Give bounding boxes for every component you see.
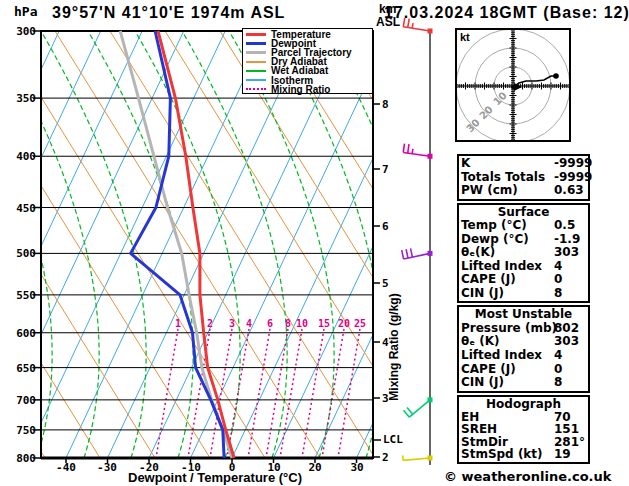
- stats-row-value: 19: [554, 448, 571, 461]
- mixing-ratio-value-label: 4: [240, 318, 258, 329]
- stats-row: Pressure (mb)802: [461, 322, 586, 336]
- stats-row-value: 802: [554, 322, 579, 336]
- km-tick-label: 3: [382, 392, 389, 405]
- hodograph-unit-label: kt: [460, 31, 470, 43]
- stats-row: Totals Totals-9999: [461, 171, 586, 185]
- stats-row: CIN (J)8: [461, 376, 586, 390]
- legend-line-sample: [246, 79, 266, 81]
- legend-item: Mixing Ratio: [246, 85, 372, 94]
- stats-row: Temp (°C)0.5: [461, 219, 586, 232]
- legend-label: Mixing Ratio: [271, 84, 330, 95]
- altitude-unit-asl: ASL: [376, 15, 400, 29]
- stats-row-value: -9999: [554, 171, 592, 185]
- km-tick-label: 5: [382, 277, 389, 290]
- stats-box-surface: SurfaceTemp (°C)0.5Dewp (°C)-1.9θₑ(K)303…: [457, 203, 590, 303]
- copyright-label: © weatheronline.co.uk: [444, 469, 611, 484]
- temp-tick-label: 10: [257, 461, 291, 474]
- stats-row-value: 303: [554, 335, 579, 349]
- temp-tick-label: -10: [174, 461, 208, 474]
- stats-row: CIN (J)8: [461, 287, 586, 300]
- pressure-tick-label: 600: [8, 327, 36, 340]
- legend-line-sample: [246, 61, 266, 63]
- stats-row-label: StmSpd (kt): [461, 447, 543, 461]
- stats-row-value: 8: [554, 376, 562, 390]
- pressure-tick-label: 800: [8, 452, 36, 465]
- stats-row-value: 0: [554, 273, 562, 286]
- stats-row-value: -9999: [554, 157, 592, 171]
- mixing-ratio-value-label: 10: [293, 318, 311, 329]
- datetime-label: 17.03.2024 18GMT (Base: 12): [384, 4, 629, 22]
- lcl-label: LCL: [383, 433, 403, 446]
- stats-box-header: Hodograph: [461, 398, 586, 411]
- stats-box-header: Surface: [461, 206, 586, 219]
- legend-line-sample: [246, 88, 266, 90]
- stats-row: CAPE (J)0: [461, 273, 586, 286]
- pressure-tick-label: 750: [8, 424, 36, 437]
- temp-tick-label: 0: [215, 461, 249, 474]
- mixing-ratio-value-label: 6: [261, 318, 279, 329]
- pressure-unit-label: hPa: [14, 4, 37, 19]
- stats-box: K-9999Totals Totals-9999PW (cm)0.63: [457, 154, 590, 201]
- stats-row: K-9999: [461, 157, 586, 171]
- stats-row-label: K: [461, 156, 470, 170]
- stats-row-label: Dewp (°C): [461, 232, 529, 246]
- stats-row-label: Lifted Index: [461, 348, 542, 362]
- km-tick-label: 2: [382, 451, 389, 464]
- stats-row-label: CAPE (J): [461, 272, 516, 286]
- skewt-sounding-page: hPa 39°57'N 41°10'E 1974m ASL 17.03.2024…: [0, 0, 629, 486]
- km-tick-label: 4: [382, 336, 389, 349]
- stats-row-label: Totals Totals: [461, 170, 545, 184]
- stats-row-value: 0.5: [554, 219, 575, 232]
- station-title: 39°57'N 41°10'E 1974m ASL: [52, 4, 285, 22]
- stats-row-value: 151: [554, 423, 579, 436]
- legend-box: TemperatureDewpointParcel TrajectoryDry …: [242, 28, 373, 94]
- stats-row-value: 4: [554, 349, 562, 363]
- pressure-tick-label: 300: [8, 25, 36, 38]
- stats-box-header: Most Unstable: [461, 308, 586, 322]
- temp-tick-label: 30: [340, 461, 374, 474]
- stats-row: CAPE (J)0: [461, 363, 586, 377]
- stats-row-label: Lifted Index: [461, 259, 542, 273]
- stats-row-label: CAPE (J): [461, 362, 516, 376]
- stats-box-most-unstable: Most UnstablePressure (mb)802θₑ (K)303Li…: [457, 305, 590, 393]
- km-tick-label: 8: [382, 98, 389, 111]
- pressure-tick-label: 550: [8, 289, 36, 302]
- pressure-tick-label: 400: [8, 150, 36, 163]
- stats-box-hodograph: HodographEH70SREH151StmDir281°StmSpd (kt…: [457, 395, 590, 464]
- temp-tick-label: -20: [132, 461, 166, 474]
- km-tick-label: 7: [382, 163, 389, 176]
- stats-row: Lifted Index4: [461, 260, 586, 273]
- stats-row-label: θₑ (K): [461, 334, 499, 348]
- temp-tick-label: 20: [298, 461, 332, 474]
- legend-line-sample: [246, 42, 266, 45]
- legend-line-sample: [246, 70, 266, 72]
- km-tick-label: 6: [382, 220, 389, 233]
- pressure-tick-label: 450: [8, 202, 36, 215]
- stats-row: θₑ (K)303: [461, 335, 586, 349]
- stats-row-value: 8: [554, 287, 562, 300]
- stats-row-label: CIN (J): [461, 286, 504, 300]
- stats-row-label: Pressure (mb): [461, 321, 557, 335]
- stats-row-value: -1.9: [554, 233, 580, 246]
- stats-row-label: PW (cm): [461, 183, 518, 197]
- mixing-ratio-value-label: 3: [223, 318, 241, 329]
- mixing-ratio-axis-label: Mixing Ratio (g/kg): [387, 282, 401, 412]
- mixing-ratio-value-label: 15: [315, 318, 333, 329]
- stats-row-label: CIN (J): [461, 375, 504, 389]
- stats-row: StmSpd (kt)19: [461, 448, 586, 461]
- stats-row-value: 0: [554, 363, 562, 377]
- stats-row: θₑ(K)303: [461, 246, 586, 259]
- legend-line-sample: [246, 51, 266, 54]
- legend-line-sample: [246, 33, 266, 36]
- altitude-unit-km: km: [379, 2, 396, 16]
- temp-tick-label: -30: [90, 461, 124, 474]
- stats-row: PW (cm)0.63: [461, 184, 586, 198]
- mixing-ratio-value-label: 25: [351, 318, 369, 329]
- stats-row: Lifted Index4: [461, 349, 586, 363]
- pressure-tick-label: 500: [8, 247, 36, 260]
- stats-row-label: Temp (°C): [461, 218, 527, 232]
- mixing-ratio-value-label: 2: [201, 318, 219, 329]
- stats-row-value: 303: [554, 246, 579, 259]
- stats-row-value: 4: [554, 260, 562, 273]
- mixing-ratio-value-label: 1: [169, 318, 187, 329]
